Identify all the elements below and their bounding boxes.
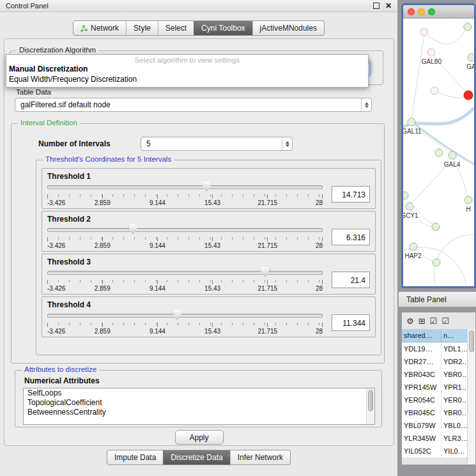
table-cell: YDL19… — [402, 342, 441, 355]
table-row[interactable]: YBL079WYBL0… — [402, 419, 468, 432]
network-node-label: GAL80 — [422, 58, 441, 65]
apply-button[interactable]: Apply — [174, 430, 223, 445]
threshold-label: Threshold 1 — [47, 172, 370, 181]
tab-style[interactable]: Style — [126, 21, 158, 35]
network-node[interactable] — [464, 22, 472, 31]
scrollbar-thumb[interactable] — [469, 330, 474, 352]
tab-infer-network[interactable]: Infer Network — [230, 450, 290, 464]
table-row[interactable]: YIL052CYIL0… — [402, 445, 468, 457]
tab-cyni-toolbox[interactable]: Cyni Toolbox — [194, 21, 252, 35]
window-title: Control Panel — [6, 2, 49, 10]
table-row[interactable]: YLR345WYLR3… — [402, 432, 468, 445]
columns-icon[interactable]: ⊞ — [418, 317, 426, 325]
slider-major-ticks — [47, 280, 323, 284]
column-header[interactable]: n… — [441, 330, 468, 342]
table-scrollbar[interactable] — [467, 329, 475, 464]
threshold-value-field[interactable]: 11.344 — [332, 314, 370, 331]
slider-track[interactable] — [47, 271, 323, 275]
tab-select[interactable]: Select — [158, 21, 194, 35]
network-node[interactable] — [427, 48, 436, 56]
scale-tick-label: -3.426 — [47, 328, 65, 335]
thresholds-group: Threshold's Coordinates for 5 Intervals … — [36, 160, 381, 355]
scale-tick-label: -3.426 — [47, 199, 65, 206]
float-window-icon[interactable] — [373, 3, 380, 9]
slider-thumb[interactable] — [261, 267, 269, 277]
network-node[interactable] — [433, 259, 441, 267]
network-node[interactable] — [405, 203, 413, 211]
table-cell: YER054C — [402, 394, 441, 406]
scrollbar-thumb[interactable] — [368, 390, 373, 411]
close-window-icon[interactable]: ✕ — [385, 2, 392, 10]
slider-track[interactable] — [47, 314, 323, 318]
number-of-intervals-select[interactable]: 5 — [141, 137, 293, 151]
threshold-slider[interactable]: -3.4262.8599.14415.4321.71528 — [47, 310, 323, 335]
bottom-tab-bar: Impute Data Discretize Data Infer Networ… — [0, 450, 397, 465]
network-node[interactable] — [434, 149, 443, 157]
dropdown-item-equal-width-frequency[interactable]: Equal Width/Frequency Discretization — [6, 74, 368, 84]
table-row[interactable]: YBR045CYBR0… — [402, 406, 468, 419]
threshold-slider[interactable]: -3.4262.8599.14415.4321.71528 — [47, 267, 323, 293]
slider-track[interactable] — [47, 228, 323, 232]
table-row[interactable]: YPR145WYPR1… — [402, 381, 468, 394]
select-all-checkbox-icon[interactable]: ☑ — [430, 317, 438, 325]
table-row[interactable]: YBR043CYBR0… — [402, 368, 468, 381]
interval-definition-title: Interval Definition — [18, 119, 80, 127]
table-cell: YLR3… — [441, 432, 468, 445]
control-panel-window: Control Panel ✕ Network Style Select Cyn… — [0, 0, 397, 476]
table-row[interactable]: YDL19…YDL1… — [402, 342, 468, 355]
gear-icon[interactable]: ⚙ — [406, 317, 414, 325]
tab-discretize-data[interactable]: Discretize Data — [163, 450, 229, 464]
threshold-value-field[interactable]: 6.316 — [332, 229, 370, 245]
table-row[interactable]: YDR27…YDR2… — [402, 355, 468, 368]
table-cell: YPR1… — [441, 381, 468, 394]
select-column-checkbox-icon[interactable]: ☑ — [441, 317, 449, 325]
list-scrollbar[interactable] — [366, 388, 374, 424]
table-row[interactable]: YER054CYER0… — [402, 394, 468, 406]
network-node[interactable] — [467, 53, 475, 61]
threshold-value-field[interactable]: 21.4 — [332, 272, 370, 288]
attribute-list-item[interactable]: BetweennessCentrality — [24, 408, 374, 417]
network-node[interactable] — [448, 151, 456, 160]
scale-tick-label: 9.144 — [150, 199, 165, 206]
number-of-intervals-value: 5 — [141, 139, 282, 148]
slider-thumb[interactable] — [173, 310, 181, 320]
threshold-slider[interactable]: -3.4262.8599.14415.4321.71528 — [47, 181, 323, 207]
close-button[interactable] — [408, 8, 415, 15]
slider-track[interactable] — [47, 185, 323, 189]
scale-tick-label: 15.43 — [204, 242, 220, 249]
tab-impute-data[interactable]: Impute Data — [107, 450, 163, 464]
table-cell: YDR27… — [402, 355, 441, 368]
discretization-algorithm-title: Discretization Algorithm — [17, 46, 98, 54]
threshold-panel: Threshold 3 -3.4262.8599.14415.4321.7152… — [42, 254, 376, 295]
dropdown-item-manual-discretization[interactable]: Manual Discretization — [6, 64, 368, 74]
threshold-value-field[interactable]: 14.713 — [332, 186, 370, 203]
network-node[interactable] — [464, 90, 473, 100]
slider-thumb[interactable] — [203, 181, 211, 192]
network-tab-icon — [81, 25, 88, 32]
network-node[interactable] — [464, 196, 473, 204]
network-node[interactable] — [432, 222, 440, 231]
table-cell: YBR043C — [402, 368, 441, 381]
numerical-attributes-list[interactable]: SelfLoopsTopologicalCoefficientBetweenne… — [23, 388, 375, 425]
tab-network[interactable]: Network — [73, 21, 126, 35]
table-data-label: Table Data — [16, 88, 51, 96]
network-node[interactable] — [430, 87, 438, 95]
table-toolbar: ⚙⊞☑☑ — [402, 312, 475, 330]
minimize-button[interactable] — [418, 8, 425, 15]
zoom-button[interactable] — [428, 8, 435, 15]
slider-thumb[interactable] — [129, 224, 137, 234]
table-data-select[interactable]: galFiltered.sif default node — [15, 98, 372, 112]
network-node[interactable] — [409, 243, 417, 251]
table-panel-title: Table Panel — [406, 295, 447, 304]
network-node-label: GAL11 — [402, 128, 421, 135]
column-header[interactable]: shared… — [402, 330, 441, 342]
network-node[interactable] — [408, 118, 416, 126]
tab-jactivemnodules[interactable]: jActiveMNodules — [252, 21, 324, 35]
attribute-list-item[interactable]: SelfLoops — [24, 388, 374, 398]
stepper-icon — [282, 137, 292, 150]
threshold-slider[interactable]: -3.4262.8599.14415.4321.71528 — [47, 224, 323, 250]
network-node[interactable] — [420, 28, 429, 36]
attribute-list-item[interactable]: TopologicalCoefficient — [24, 398, 374, 408]
scale-tick-label: 2.859 — [95, 242, 111, 249]
network-canvas[interactable]: GAL80GAGAL11GAL4HGCY1HAP2 — [403, 19, 474, 287]
